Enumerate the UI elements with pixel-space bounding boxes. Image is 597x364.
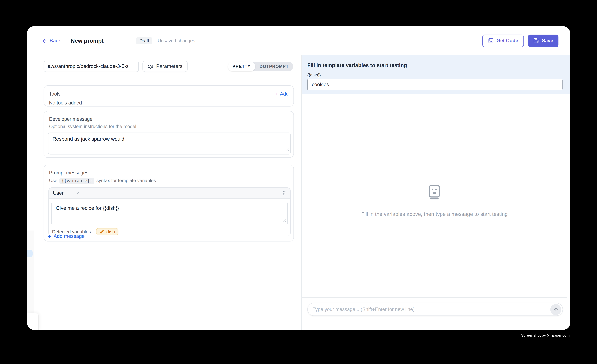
add-tool-label: Add — [280, 91, 289, 97]
drag-handle-icon[interactable] — [282, 190, 286, 196]
add-message-label: Add message — [54, 234, 85, 239]
variable-value-input[interactable] — [307, 79, 562, 90]
chevron-down-icon — [130, 64, 135, 69]
test-panel: Fill in template variables to start test… — [301, 55, 570, 330]
prompt-messages-title: Prompt messages — [49, 170, 289, 176]
send-button[interactable] — [550, 304, 561, 315]
developer-message-card: Developer message Optional system instru… — [44, 111, 294, 158]
role-selector-value: User — [53, 190, 63, 196]
chat-input-bar — [307, 303, 563, 316]
app-window: Back New prompt Draft Unsaved changes Ge… — [27, 27, 570, 330]
tools-card: Tools Add No tools added — [44, 85, 294, 106]
background-sidebar-active-item — [27, 250, 33, 258]
variable-chip-label: dish — [106, 229, 115, 234]
plus-icon — [48, 233, 51, 239]
variable-syntax-code: {{variable}} — [59, 178, 94, 184]
toggle-pretty[interactable]: PRETTY — [228, 62, 255, 71]
unsaved-changes-text: Unsaved changes — [158, 38, 195, 43]
variables-banner: Fill in template variables to start test… — [302, 55, 570, 94]
status-badge: Draft — [136, 37, 152, 45]
get-code-button[interactable]: Get Code — [482, 34, 524, 47]
parameters-label: Parameters — [156, 64, 182, 69]
back-label: Back — [49, 38, 61, 44]
toggle-dotprompt[interactable]: DOTPROMPT — [255, 62, 293, 71]
chat-message-input[interactable] — [313, 307, 550, 312]
save-button[interactable]: Save — [528, 34, 558, 47]
tools-title: Tools — [49, 91, 60, 97]
prompt-messages-card: Prompt messages Use {{variable}} syntax … — [44, 165, 294, 242]
divider — [302, 297, 567, 298]
header-actions: Get Code Save — [482, 34, 558, 47]
variable-name-label: {{dish}} — [307, 73, 570, 77]
variables-banner-title: Fill in template variables to start test… — [307, 62, 570, 68]
chevron-down-icon — [75, 191, 80, 196]
page-title: New prompt — [71, 38, 104, 44]
chat-empty-state: Fill in the variables above, then type a… — [302, 185, 567, 217]
pencil-icon — [100, 229, 104, 234]
save-icon — [533, 38, 539, 44]
arrow-up-icon — [553, 307, 558, 312]
variable-chip-dish[interactable]: dish — [96, 228, 118, 235]
save-label: Save — [542, 38, 553, 44]
developer-message-textarea[interactable]: Respond as jack sparrow would — [48, 133, 291, 155]
plus-icon — [275, 91, 278, 97]
empty-state-text: Fill in the variables above, then type a… — [302, 211, 567, 217]
tools-empty-text: No tools added — [49, 100, 289, 106]
developer-message-title: Developer message — [49, 116, 289, 122]
view-mode-toggle: PRETTY DOTPROMPT — [228, 62, 293, 71]
background-popover-sliver — [27, 313, 39, 330]
screenshot-stage: Back New prompt Draft Unsaved changes Ge… — [0, 0, 597, 364]
user-message-textarea[interactable]: Give me a recipe for {{dish}} — [51, 202, 288, 225]
message-block: User Give me a recipe for {{dish}} Detec… — [48, 187, 291, 236]
robot-face-icon — [428, 185, 441, 200]
arrow-left-icon — [42, 38, 47, 43]
role-selector[interactable]: User — [53, 190, 80, 196]
gear-icon — [148, 64, 153, 69]
terminal-icon — [488, 38, 494, 44]
template-syntax-hint: Use {{variable}} syntax for template var… — [49, 178, 289, 184]
back-button[interactable]: Back — [42, 38, 61, 44]
header: Back New prompt Draft Unsaved changes Ge… — [27, 27, 570, 55]
add-message-button[interactable]: Add message — [48, 233, 85, 239]
background-sidebar-sliver — [27, 231, 34, 313]
developer-message-subtitle: Optional system instructions for the mod… — [49, 124, 289, 129]
editor-toolbar: aws/anthropic/bedrock-claude-3-5-s... Pa… — [27, 55, 301, 78]
message-header: User — [49, 188, 290, 199]
add-tool-button[interactable]: Add — [275, 91, 289, 97]
detected-variables-row: Detected variables: dish — [52, 228, 290, 235]
hint-suffix: syntax for template variables — [96, 178, 156, 183]
get-code-label: Get Code — [496, 38, 518, 44]
parameters-button[interactable]: Parameters — [142, 61, 188, 72]
hint-prefix: Use — [49, 178, 57, 183]
model-selector-value: aws/anthropic/bedrock-claude-3-5-s... — [48, 64, 128, 69]
model-selector[interactable]: aws/anthropic/bedrock-claude-3-5-s... — [44, 61, 139, 72]
watermark-text: Screenshot by Xnapper.com — [521, 333, 570, 337]
